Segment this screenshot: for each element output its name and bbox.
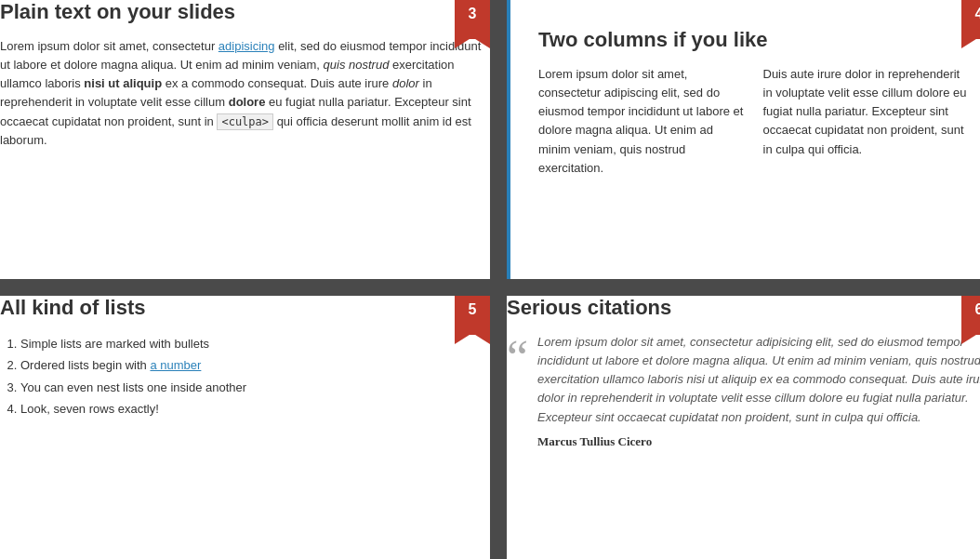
list-item: You can even nest lists one inside anoth…: [20, 377, 490, 398]
slide-2-col2: Duis aute irure dolor in reprehenderit i…: [763, 65, 970, 178]
horizontal-divider-right: [507, 279, 980, 296]
slide-3: 5 All kind of lists Simple lists are mar…: [0, 296, 490, 559]
slide-3-link-number[interactable]: a number: [150, 358, 201, 372]
quote-text: Lorem ipsum dolor sit amet, consectetur …: [537, 333, 980, 427]
horizontal-divider-left: [0, 279, 490, 296]
vertical-divider-bottom: [490, 296, 507, 559]
list-item: Look, seven rows exactly!: [20, 398, 490, 419]
list-item: Ordered lists begin with a number: [20, 354, 490, 376]
slide-1-badge: 3: [455, 0, 490, 48]
quote-content: Lorem ipsum dolor sit amet, consectetur …: [537, 333, 980, 449]
slide-3-badge: 5: [455, 296, 490, 344]
slide-2-columns: Lorem ipsum dolor sit amet, consectetur …: [538, 65, 969, 178]
slide-1-title: Plain text on your slides: [0, 0, 490, 24]
quote-author: Marcus Tullius Cicero: [537, 434, 980, 449]
slide-3-title: All kind of lists: [0, 296, 490, 320]
slide-2: 4 Two columns if you like Lorem ipsum do…: [507, 0, 980, 279]
list-item: Simple lists are marked with bullets: [20, 333, 490, 354]
quote-mark-icon: “: [507, 337, 528, 380]
slide-1-content: Lorem ipsum dolor sit amet, consectetur …: [0, 37, 490, 150]
quote-block: “ Lorem ipsum dolor sit amet, consectetu…: [507, 333, 980, 449]
slide-2-title: Two columns if you like: [538, 28, 969, 52]
slide-2-badge: 4: [961, 0, 980, 48]
slide-1: 3 Plain text on your slides Lorem ipsum …: [0, 0, 490, 279]
vertical-divider-top: [490, 0, 507, 279]
slide-4-title: Serious citations: [507, 296, 980, 320]
slide-3-list: Simple lists are marked with bullets Ord…: [0, 333, 490, 420]
horizontal-divider-center: [490, 279, 507, 296]
slide-4: 6 Serious citations “ Lorem ipsum dolor …: [507, 296, 980, 559]
slide-1-code: <culpa>: [217, 113, 273, 130]
slide-1-link-adipisicing[interactable]: adipisicing: [219, 39, 275, 53]
slide-2-col1: Lorem ipsum dolor sit amet, consectetur …: [538, 65, 745, 178]
slide-4-badge: 6: [961, 296, 980, 344]
